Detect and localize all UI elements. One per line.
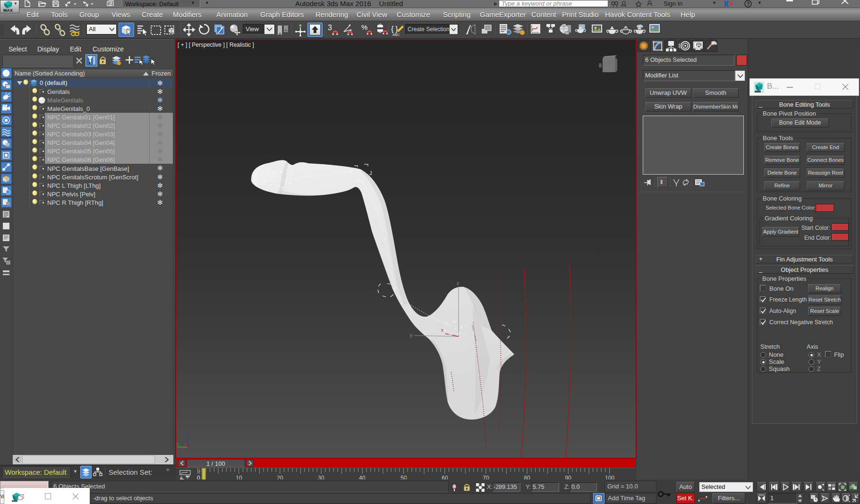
svg-text:?: ? [747,1,750,7]
svg-text:x: x [441,328,443,333]
svg-text:ABC: ABC [392,33,400,37]
svg-text:z: z [457,281,459,286]
svg-text:%: % [361,24,367,31]
svg-text:z: z [186,430,188,435]
svg-text:3: 3 [328,24,332,32]
svg-text:y: y [410,333,412,338]
svg-text:y: y [177,441,179,446]
